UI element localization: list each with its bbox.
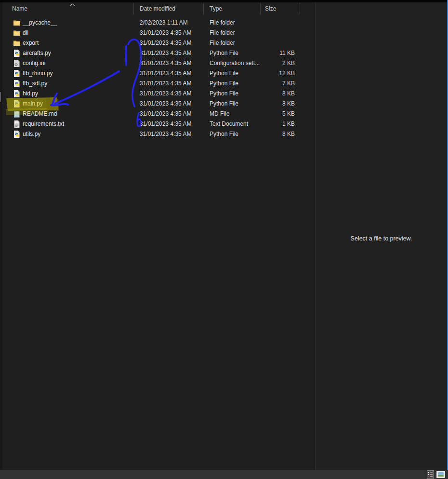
file-type-cell: Python File	[206, 48, 260, 58]
file-name-cell: README.md	[2, 109, 137, 119]
file-type-cell: Python File	[206, 99, 260, 109]
file-type-cell: File folder	[206, 38, 260, 48]
details-view-button[interactable]	[427, 470, 434, 479]
preview-pane: Select a file to preview.	[316, 2, 447, 470]
file-date-cell: 31/01/2023 4:35 AM	[137, 119, 206, 129]
file-row[interactable]: ffb_rhino.py 31/01/2023 4:35 AM Python F…	[2, 68, 315, 79]
file-name-cell: aircrafts.py	[2, 48, 137, 58]
file-date-cell: 31/01/2023 4:35 AM	[137, 48, 206, 58]
file-type-cell: Configuration sett...	[206, 58, 260, 68]
file-row[interactable]: __pycache__ 2/02/2023 1:11 AM File folde…	[2, 18, 315, 28]
file-name: dll	[23, 28, 28, 38]
column-header-type[interactable]: Type	[206, 2, 260, 15]
file-row[interactable]: utils.py 31/01/2023 4:35 AM Python File …	[2, 129, 315, 139]
file-row[interactable]: ffb_sdl.py 31/01/2023 4:35 AM Python Fil…	[2, 79, 315, 89]
file-name: ffb_rhino.py	[23, 68, 53, 79]
file-row[interactable]: requirements.txt 31/01/2023 4:35 AM Text…	[2, 119, 315, 129]
file-name: aircrafts.py	[23, 48, 51, 58]
python-file-icon	[13, 131, 20, 138]
column-header-row: Name Date modified Type Size	[2, 2, 315, 15]
file-type-cell: File folder	[206, 28, 260, 38]
file-name: utils.py	[23, 129, 40, 139]
column-separator[interactable]	[300, 3, 300, 14]
file-date-cell: 31/01/2023 4:35 AM	[137, 58, 206, 68]
file-type-cell: File folder	[206, 18, 260, 28]
ini-file-icon	[13, 60, 20, 67]
file-date-cell: 31/01/2023 4:35 AM	[137, 68, 206, 79]
file-name-cell: __pycache__	[2, 18, 137, 28]
file-name: README.md	[23, 109, 57, 119]
file-name: config.ini	[23, 58, 45, 68]
sort-ascending-icon	[69, 1, 76, 5]
column-separator[interactable]	[203, 3, 204, 14]
file-name: main.py	[23, 99, 43, 109]
file-name-cell: utils.py	[2, 129, 137, 139]
notebook-file-icon	[13, 110, 20, 118]
file-name: ffb_sdl.py	[23, 79, 47, 89]
scrollbar-thumb[interactable]	[0, 92, 1, 102]
column-header-size[interactable]: Size	[260, 2, 297, 15]
file-size-cell: 2 KB	[260, 58, 297, 68]
file-rows-container: __pycache__ 2/02/2023 1:11 AM File folde…	[2, 18, 315, 139]
file-name: export	[23, 38, 39, 48]
file-row[interactable]: hid.py 31/01/2023 4:35 AM Python File 8 …	[2, 89, 315, 99]
file-date-cell: 31/01/2023 4:35 AM	[137, 89, 206, 99]
file-size-cell: 1 KB	[260, 119, 297, 129]
column-separator[interactable]	[133, 3, 134, 14]
file-row[interactable]: config.ini 31/01/2023 4:35 AM Configurat…	[2, 58, 315, 68]
file-date-cell: 31/01/2023 4:35 AM	[137, 129, 206, 139]
python-file-icon	[13, 70, 20, 77]
file-name: __pycache__	[23, 18, 57, 28]
thumbnail-view-icon	[438, 472, 444, 477]
file-size-cell: 5 KB	[260, 109, 297, 119]
file-explorer-window: Name Date modified Type Size __pycache__…	[0, 0, 448, 479]
file-type-cell: Python File	[206, 79, 260, 89]
thumbnail-view-button[interactable]	[436, 471, 445, 478]
file-name-cell: hid.py	[2, 89, 137, 99]
file-name-cell: export	[2, 38, 137, 48]
file-size-cell: 8 KB	[260, 99, 297, 109]
file-list-pane: Name Date modified Type Size __pycache__…	[2, 2, 315, 470]
status-bar	[0, 470, 448, 479]
file-row[interactable]: README.md 31/01/2023 4:35 AM MD File 5 K…	[2, 109, 315, 119]
folder-icon	[13, 29, 20, 37]
file-size-cell: 8 KB	[260, 89, 297, 99]
file-name: requirements.txt	[23, 119, 64, 129]
file-date-cell: 31/01/2023 4:35 AM	[137, 109, 206, 119]
file-type-cell: Python File	[206, 89, 260, 99]
file-size-cell: 8 KB	[260, 129, 297, 139]
file-date-cell: 31/01/2023 4:35 AM	[137, 38, 206, 48]
python-file-icon	[13, 90, 20, 97]
python-file-icon	[13, 80, 20, 87]
column-header-date-modified[interactable]: Date modified	[137, 2, 206, 15]
file-date-cell: 31/01/2023 4:35 AM	[137, 28, 206, 38]
folder-icon	[13, 40, 20, 47]
file-date-cell: 31/01/2023 4:35 AM	[137, 99, 206, 109]
file-name-cell: main.py	[2, 99, 137, 109]
file-row[interactable]: main.py 31/01/2023 4:35 AM Python File 8…	[2, 99, 315, 109]
file-name: hid.py	[23, 89, 38, 99]
file-type-cell: Text Document	[206, 119, 260, 129]
file-date-cell: 2/02/2023 1:11 AM	[137, 18, 206, 28]
file-date-cell: 31/01/2023 4:35 AM	[137, 79, 206, 89]
column-separator[interactable]	[260, 3, 261, 14]
file-size-cell: 7 KB	[260, 79, 297, 89]
file-name-cell: ffb_rhino.py	[2, 68, 137, 79]
file-row[interactable]: dll 31/01/2023 4:35 AM File folder	[2, 28, 315, 38]
file-name-cell: ffb_sdl.py	[2, 79, 137, 89]
file-name-cell: config.ini	[2, 58, 137, 68]
file-size-cell: 11 KB	[260, 48, 297, 58]
file-type-cell: MD File	[206, 109, 260, 119]
text-file-icon	[13, 120, 20, 128]
python-file-icon	[13, 50, 20, 57]
file-type-cell: Python File	[206, 129, 260, 139]
file-name-cell: dll	[2, 28, 137, 38]
file-type-cell: Python File	[206, 68, 260, 79]
file-size-cell: 12 KB	[260, 68, 297, 79]
preview-placeholder-text: Select a file to preview.	[316, 235, 447, 242]
folder-icon	[13, 19, 20, 27]
file-row[interactable]: export 31/01/2023 4:35 AM File folder	[2, 38, 315, 48]
file-name-cell: requirements.txt	[2, 119, 137, 129]
python-file-icon	[13, 100, 20, 107]
file-row[interactable]: aircrafts.py 31/01/2023 4:35 AM Python F…	[2, 48, 315, 58]
